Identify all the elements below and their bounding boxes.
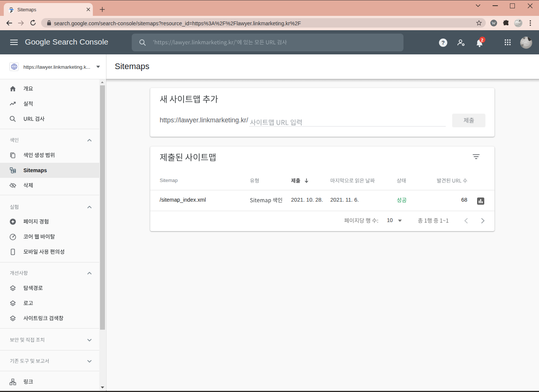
svg-text:W: W bbox=[492, 21, 496, 25]
svg-text:?: ? bbox=[442, 40, 445, 46]
